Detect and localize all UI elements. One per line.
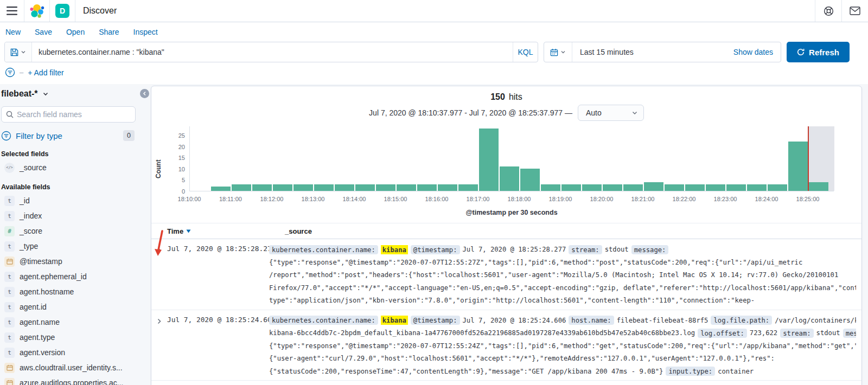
search-query-input[interactable]: kubernetes.container.name : "kibana" bbox=[32, 42, 513, 62]
histogram-bar[interactable] bbox=[355, 184, 375, 191]
elastic-logo[interactable] bbox=[24, 0, 49, 22]
add-filter-button[interactable]: + Add filter bbox=[28, 68, 64, 77]
index-pattern-selector[interactable]: filebeat-* bbox=[1, 87, 142, 101]
collapse-sidebar-button[interactable] bbox=[140, 89, 149, 98]
histogram-bar[interactable] bbox=[788, 142, 808, 191]
histogram-bar[interactable] bbox=[232, 184, 251, 191]
mail-icon[interactable] bbox=[842, 0, 868, 22]
filter-by-type-button[interactable]: Filter by type 0 bbox=[1, 129, 142, 142]
histogram-bar[interactable] bbox=[438, 184, 457, 191]
refresh-button[interactable]: Refresh bbox=[787, 42, 850, 62]
selected-fields-list: </>_source bbox=[1, 160, 142, 175]
histogram-bar[interactable] bbox=[706, 184, 725, 191]
field-name: agent.id bbox=[20, 303, 47, 311]
field-value: filebeat-filebeat-88rf5 bbox=[617, 317, 709, 324]
field-item[interactable]: @timestamp bbox=[1, 254, 142, 269]
expand-row-icon[interactable] bbox=[151, 315, 167, 378]
histogram-bar[interactable] bbox=[376, 184, 395, 191]
field-search-input[interactable] bbox=[17, 110, 131, 119]
field-item[interactable]: tagent.type bbox=[1, 330, 142, 345]
histogram-bar[interactable] bbox=[768, 184, 787, 191]
query-language-button[interactable]: KQL bbox=[513, 42, 538, 62]
x-tick-label: 18:23:00 bbox=[706, 196, 744, 202]
menu-item-new[interactable]: New bbox=[5, 28, 21, 36]
field-item[interactable]: #_score bbox=[1, 223, 142, 239]
field-name: agent.hostname bbox=[20, 287, 74, 296]
field-item[interactable]: t_index bbox=[1, 208, 142, 223]
field-value: {"user-agent":"curl/7.29.0","host":"loca… bbox=[269, 355, 775, 362]
available-fields-heading: Available fields bbox=[1, 183, 142, 193]
menu-item-open[interactable]: Open bbox=[66, 28, 85, 36]
histogram-bar[interactable] bbox=[623, 184, 643, 191]
histogram-bar[interactable] bbox=[520, 169, 540, 191]
menu-icon[interactable] bbox=[0, 0, 24, 22]
column-header-time[interactable]: Time bbox=[167, 227, 269, 235]
histogram-bar[interactable] bbox=[541, 184, 560, 191]
histogram-bar[interactable] bbox=[500, 166, 519, 191]
menu-item-save[interactable]: Save bbox=[35, 28, 52, 36]
show-dates-button[interactable]: Show dates bbox=[733, 48, 781, 56]
field-item[interactable]: tagent.hostname bbox=[1, 284, 142, 299]
histogram-bar[interactable] bbox=[293, 184, 313, 191]
menu-item-inspect[interactable]: Inspect bbox=[133, 28, 158, 36]
field-item[interactable]: t_type bbox=[1, 239, 142, 254]
field-item[interactable]: </>_source bbox=[1, 160, 142, 175]
field-item[interactable]: azure.auditlogs.properties.ac... bbox=[1, 375, 142, 385]
field-value: container bbox=[718, 368, 754, 375]
table-header-row: Time _source bbox=[151, 223, 861, 239]
help-icon[interactable] bbox=[815, 0, 841, 22]
field-badge: stream: bbox=[569, 245, 602, 254]
time-range-value[interactable]: Last 15 minutes bbox=[572, 48, 634, 56]
row-source: kubernetes.container.name:kibana@timesta… bbox=[269, 315, 861, 378]
histogram-bar[interactable] bbox=[417, 184, 437, 191]
histogram-bar[interactable] bbox=[335, 184, 354, 191]
histogram-bar[interactable] bbox=[603, 184, 622, 191]
x-tick-label: 18:21:00 bbox=[624, 196, 662, 202]
saved-query-menu-button[interactable] bbox=[5, 42, 32, 62]
histogram-bar[interactable] bbox=[252, 184, 272, 191]
field-type-icon-string: t bbox=[4, 211, 15, 221]
column-header-source[interactable]: _source bbox=[285, 227, 312, 235]
calendar-menu-button[interactable] bbox=[544, 42, 572, 62]
interval-dropdown[interactable]: Auto bbox=[578, 105, 644, 121]
app-initial-badge[interactable]: D bbox=[55, 4, 69, 18]
histogram-bar[interactable] bbox=[397, 184, 416, 191]
histogram-bar[interactable] bbox=[726, 184, 746, 191]
discover-histogram: Count 0510152025 @timestamp per 30 secon… bbox=[151, 122, 861, 223]
histogram-bar[interactable] bbox=[685, 184, 705, 191]
y-tick-label: 20 bbox=[163, 143, 185, 151]
menu-item-share[interactable]: Share bbox=[99, 28, 119, 36]
histogram-bar[interactable] bbox=[644, 182, 663, 191]
field-item[interactable]: tagent.version bbox=[1, 345, 142, 360]
histogram-bar[interactable] bbox=[809, 182, 828, 191]
field-item[interactable]: t_id bbox=[1, 193, 142, 208]
histogram-bar[interactable] bbox=[314, 184, 334, 191]
chevron-down-icon bbox=[560, 49, 566, 55]
table-row: Jul 7, 2020 @ 18:25:28.277kubernetes.con… bbox=[151, 239, 861, 310]
date-picker-group: Last 15 minutes Show dates bbox=[544, 42, 781, 62]
histogram-bar[interactable] bbox=[458, 184, 478, 191]
x-tick-label: 18:22:00 bbox=[665, 196, 703, 202]
histogram-bar[interactable] bbox=[665, 184, 684, 191]
x-tick-label: 18:19:00 bbox=[541, 196, 579, 202]
histogram-plot[interactable] bbox=[189, 126, 834, 191]
histogram-bar[interactable] bbox=[479, 129, 499, 191]
expand-row-icon[interactable] bbox=[151, 243, 167, 307]
histogram-bar[interactable] bbox=[211, 187, 231, 191]
field-item[interactable]: tagent.ephemeral_id bbox=[1, 269, 142, 284]
field-item[interactable]: aws.cloudtrail.user_identity.s... bbox=[1, 360, 142, 375]
histogram-bar[interactable] bbox=[582, 184, 602, 191]
filter-set-icon[interactable] bbox=[5, 67, 15, 78]
histogram-bar[interactable] bbox=[747, 184, 767, 191]
field-value: {"type":"response","@timestamp":"2020-07… bbox=[269, 342, 856, 350]
table-row: Jul 7, 2020 @ 18:25:24.606kubernetes.con… bbox=[151, 310, 861, 381]
histogram-bar[interactable] bbox=[273, 184, 292, 191]
field-item[interactable]: tagent.name bbox=[1, 315, 142, 330]
histogram-bar[interactable] bbox=[561, 184, 581, 191]
field-name: @timestamp bbox=[20, 257, 62, 266]
x-tick-label: 18:11:00 bbox=[212, 196, 250, 202]
filter-type-icon bbox=[1, 131, 11, 141]
y-tick-label: 10 bbox=[163, 165, 185, 173]
field-item[interactable]: tagent.id bbox=[1, 299, 142, 315]
field-name: aws.cloudtrail.user_identity.s... bbox=[20, 363, 123, 372]
